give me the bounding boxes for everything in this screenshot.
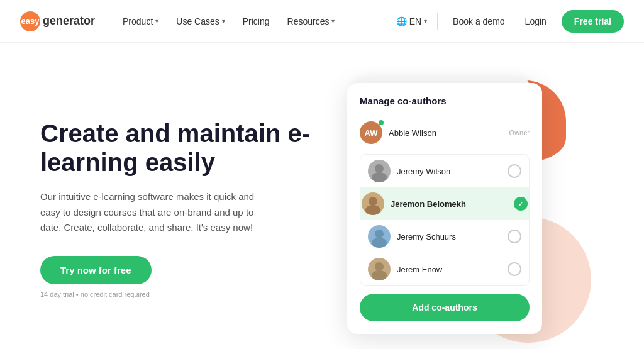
username-jeremy-wilson: Jeremy Wilson [397,167,508,176]
username-jeremy-schuurs: Jeremy Schuurs [397,232,508,241]
svg-point-2 [375,164,384,173]
product-chevron-icon: ▾ [155,18,158,25]
hero-title: Create and maintain e-learning easily [40,119,311,177]
svg-point-5 [365,205,380,215]
use-cases-chevron-icon: ▾ [222,18,225,25]
user-row-jeremy-wilson[interactable]: Jeremy Wilson [360,155,529,187]
username-jerem-enow: Jerem Enow [397,265,508,274]
trial-note: 14 day trial • no credit card required [40,291,311,298]
check-jeremy-schuurs[interactable] [508,230,521,243]
navbar: easy generator Product ▾ Use Cases ▾ Pri… [0,0,644,43]
svg-point-3 [372,172,387,182]
nav-links: Product ▾ Use Cases ▾ Pricing Resources … [115,11,396,31]
user-row-jeremy-schuurs[interactable]: Jeremy Schuurs [360,220,529,253]
nav-pricing[interactable]: Pricing [235,11,277,31]
check-jeremon-belomekh[interactable] [514,197,528,211]
avatar-jeremy-schuurs [368,225,391,248]
hero-description: Our intuitive e-learning software makes … [40,189,267,236]
logo-text: generator [43,14,95,28]
online-indicator [379,120,384,125]
nav-product[interactable]: Product ▾ [115,11,166,31]
logo[interactable]: easy generator [20,11,95,31]
hero-right: A Afc K Kar J jeremon Manage co-authors [311,68,604,349]
svg-point-7 [372,238,387,248]
svg-point-4 [369,197,377,206]
card-wrapper: A Afc K Kar J jeremon Manage co-authors [360,83,555,334]
avatar-jeremon-belomekh [362,192,384,215]
avatar-jerem-enow [368,258,391,280]
globe-icon: 🌐 [396,16,407,26]
svg-point-9 [372,270,387,280]
hero-left: Create and maintain e-learning easily Ou… [40,119,311,298]
hero-section: Create and maintain e-learning easily Ou… [0,43,644,349]
coauthor-card: Manage co-authors AW Abbie Wilson Owner [347,83,542,334]
username-jeremon-belomekh: Jeremon Belomekh [391,199,514,209]
check-jerem-enow[interactable] [508,262,521,276]
logo-badge: easy [20,11,40,31]
user-row-abbie: AW Abbie Wilson Owner [360,116,530,149]
free-trial-button[interactable]: Free trial [562,10,624,33]
check-jeremy-wilson[interactable] [508,164,521,178]
lang-chevron-icon: ▾ [424,18,427,25]
user-row-jerem-enow[interactable]: Jerem Enow [360,253,529,285]
add-coauthors-button[interactable]: Add co-authors [360,294,530,321]
card-title: Manage co-authors [360,96,530,106]
owner-badge: Owner [509,129,530,136]
svg-point-6 [375,230,384,238]
svg-point-8 [375,262,384,271]
user-row-jeremon-belomekh[interactable]: Jeremon Belomekh [360,187,530,220]
nav-use-cases[interactable]: Use Cases ▾ [169,11,232,31]
user-name-abbie: Abbie Wilson [389,128,509,138]
login-button[interactable]: Login [520,13,552,30]
avatar-abbie: AW [360,121,382,144]
resources-chevron-icon: ▾ [331,18,335,25]
user-dropdown: Jeremy Wilson Jeremon Belomekh [360,154,530,286]
nav-resources[interactable]: Resources ▾ [280,11,343,31]
book-demo-link[interactable]: Book a demo [448,13,510,30]
avatar-jeremy-wilson [368,160,391,182]
nav-right: 🌐 EN ▾ Book a demo Login Free trial [396,10,624,33]
language-selector[interactable]: 🌐 EN ▾ [396,16,427,26]
try-now-button[interactable]: Try now for free [40,256,152,284]
nav-divider [437,13,438,30]
